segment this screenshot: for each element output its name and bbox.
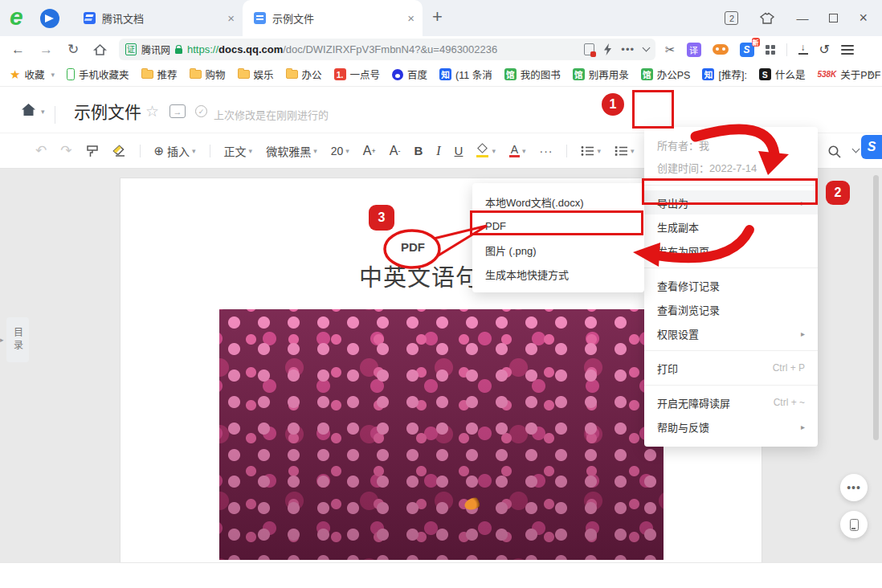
font-family-select[interactable]: 微软雅黑▾ bbox=[266, 143, 317, 159]
menu-item-publish-web[interactable]: 发布为网页 bbox=[644, 239, 818, 263]
menu-item-screen-reader[interactable]: 开启无障碍读屏Ctrl + ~ bbox=[644, 390, 818, 414]
theme-skin-icon[interactable] bbox=[759, 12, 775, 25]
bookmark-folder-office[interactable]: 办公 bbox=[286, 67, 322, 82]
url-dropdown-icon[interactable] bbox=[643, 44, 651, 52]
close-window-button[interactable]: × bbox=[859, 10, 868, 27]
home-button[interactable] bbox=[93, 43, 107, 56]
bookmark-library-1[interactable]: 馆我的图书 bbox=[504, 67, 561, 82]
home-dropdown-icon[interactable]: ▾ bbox=[41, 108, 45, 116]
browser-menu-icon[interactable] bbox=[841, 43, 854, 57]
phone-icon bbox=[67, 68, 75, 80]
menu-item-duplicate[interactable]: 生成副本 bbox=[644, 214, 818, 239]
document-title[interactable]: 示例文件 bbox=[74, 99, 141, 123]
back-button[interactable]: ← bbox=[11, 42, 25, 58]
restore-tab-icon[interactable]: ↺ bbox=[819, 42, 830, 57]
bookmark-s-site[interactable]: S什么是 bbox=[759, 67, 806, 82]
address-bar[interactable]: 证 腾讯网 https://docs.qq.com/doc/DWIZIRXFpV… bbox=[119, 39, 655, 60]
search-icon[interactable] bbox=[827, 145, 842, 159]
bookmark-favorites[interactable]: ★收藏▾ bbox=[10, 67, 55, 82]
submenu-arrow-icon: ▸ bbox=[801, 423, 805, 431]
bold-button[interactable]: B bbox=[414, 144, 423, 157]
flower-photo bbox=[219, 309, 664, 560]
bookmark-zhihu-2[interactable]: 知[推荐]: bbox=[702, 67, 746, 82]
bullet-list-button[interactable]: ▾ bbox=[581, 145, 601, 157]
screenshot-scissors-icon[interactable]: ✂ bbox=[665, 43, 676, 57]
folder-icon bbox=[238, 70, 250, 79]
bookmark-folder-shopping[interactable]: 购物 bbox=[190, 67, 226, 82]
increase-font-icon[interactable]: A+ bbox=[363, 144, 376, 158]
menu-item-revision-history[interactable]: 查看修订记录 bbox=[644, 273, 818, 297]
forward-button[interactable]: → bbox=[39, 42, 53, 58]
ssl-lock-icon[interactable] bbox=[175, 48, 182, 54]
url-more-icon[interactable]: ••• bbox=[621, 43, 635, 55]
minimize-button[interactable]: — bbox=[796, 11, 808, 25]
bookmark-folder-entertainment[interactable]: 娱乐 bbox=[238, 67, 274, 82]
sogou-extension-icon[interactable]: S新 bbox=[740, 43, 754, 57]
bookmark-yidianhao[interactable]: 1.一点号 bbox=[334, 67, 381, 82]
new-tab-button[interactable]: + bbox=[432, 6, 443, 27]
clear-format-eraser-icon[interactable] bbox=[112, 145, 126, 157]
italic-button[interactable]: I bbox=[436, 144, 440, 158]
document-heading[interactable]: 中英文语句 bbox=[359, 259, 480, 292]
redo-icon[interactable]: ↷ bbox=[60, 142, 71, 159]
menu-item-view-history[interactable]: 查看浏览记录 bbox=[644, 297, 818, 321]
bookmark-library-3[interactable]: 馆办公PS bbox=[641, 67, 691, 82]
docs-home-icon[interactable] bbox=[21, 103, 36, 116]
window-controls: 2 — × bbox=[725, 0, 882, 36]
font-size-select[interactable]: 20▾ bbox=[331, 145, 349, 157]
menu-item-permissions[interactable]: 权限设置▸ bbox=[644, 321, 818, 345]
window-count-badge[interactable]: 2 bbox=[725, 11, 738, 25]
tab-label: 腾讯文档 bbox=[102, 10, 221, 26]
toc-collapse-icon[interactable]: ▸ bbox=[0, 336, 4, 344]
clipboard-collect-icon[interactable] bbox=[584, 43, 594, 55]
messenger-icon[interactable] bbox=[40, 9, 59, 28]
step-1-badge: 1 bbox=[602, 93, 624, 116]
bookmarks-overflow-icon[interactable]: » bbox=[868, 66, 874, 79]
translate-icon[interactable]: 译 bbox=[687, 43, 701, 57]
tab-sample-file[interactable]: 示例文件 × bbox=[243, 0, 423, 36]
numbered-list-button[interactable]: ▾ bbox=[615, 145, 635, 157]
last-modified-text: 上次修改是在刚刚进行的 bbox=[214, 107, 329, 122]
apps-grid-icon[interactable] bbox=[766, 45, 775, 55]
browser-logo-icon[interactable]: e bbox=[10, 3, 23, 31]
underline-button[interactable]: U bbox=[455, 144, 463, 157]
menu-item-help-feedback[interactable]: 帮助与反馈▸ bbox=[644, 414, 818, 439]
toc-tab[interactable]: 目录 bbox=[6, 317, 29, 362]
bookmark-zhihu-1[interactable]: 知(11 条消 bbox=[439, 67, 492, 82]
format-painter-icon[interactable] bbox=[86, 145, 99, 157]
bookmark-library-2[interactable]: 馆别再用彔 bbox=[573, 67, 629, 82]
url-text[interactable]: https://docs.qq.com/doc/DWIZIRXFpV3FmbnN… bbox=[187, 43, 497, 55]
game-center-icon[interactable] bbox=[713, 44, 729, 55]
submenu-item-png[interactable]: 图片 (.png) bbox=[472, 238, 644, 262]
tab-close-icon[interactable]: × bbox=[407, 11, 414, 25]
highlight-color-button[interactable]: ▾ bbox=[476, 145, 496, 157]
owner-info: 所有者：我 bbox=[644, 135, 818, 157]
bookmark-folder-recommend[interactable]: 推荐 bbox=[141, 67, 178, 82]
more-formats-icon[interactable]: ··· bbox=[539, 145, 553, 157]
insert-button[interactable]: ⊕插入▾ bbox=[154, 143, 196, 159]
document-dropdown-menu: 所有者：我 创建时间：2022-7-14 导出为▸ 生成副本 发布为网页 查看修… bbox=[644, 127, 818, 447]
floating-more-button[interactable]: ••• bbox=[840, 474, 868, 501]
tab-close-icon[interactable]: × bbox=[227, 11, 235, 25]
bookmark-mobile-folder[interactable]: 手机收藏夹 bbox=[67, 67, 129, 82]
move-to-folder-icon[interactable]: → bbox=[169, 104, 186, 118]
document-header: ▾ 示例文件 ☆ → ✓ 上次修改是在刚刚进行的 A ▶ 分享 bbox=[0, 87, 882, 133]
submenu-item-shortcut[interactable]: 生成本地快捷方式 bbox=[472, 262, 644, 286]
step-2-badge: 2 bbox=[826, 181, 850, 205]
maximize-button[interactable] bbox=[829, 14, 838, 22]
favorite-star-icon[interactable]: ☆ bbox=[145, 102, 159, 120]
scrollbar[interactable] bbox=[873, 175, 879, 440]
menu-item-print[interactable]: 打印Ctrl + P bbox=[644, 356, 818, 380]
decrease-font-icon[interactable]: A- bbox=[390, 144, 401, 158]
undo-icon[interactable]: ↶ bbox=[35, 142, 47, 159]
lightning-accelerate-icon[interactable] bbox=[603, 43, 612, 55]
reload-button[interactable]: ↻ bbox=[67, 41, 79, 58]
tab-tencent-docs[interactable]: 腾讯文档 × bbox=[72, 0, 243, 36]
bookmark-baidu[interactable]: 百度 bbox=[392, 67, 427, 82]
paragraph-style-select[interactable]: 正文▾ bbox=[224, 143, 253, 159]
floating-device-button[interactable] bbox=[840, 511, 868, 538]
step-3-badge: 3 bbox=[369, 205, 394, 231]
sogou-sidebar-icon[interactable]: S bbox=[861, 135, 882, 159]
font-color-button[interactable]: A▾ bbox=[509, 145, 526, 157]
downloads-icon[interactable]: ↓ bbox=[798, 44, 808, 55]
